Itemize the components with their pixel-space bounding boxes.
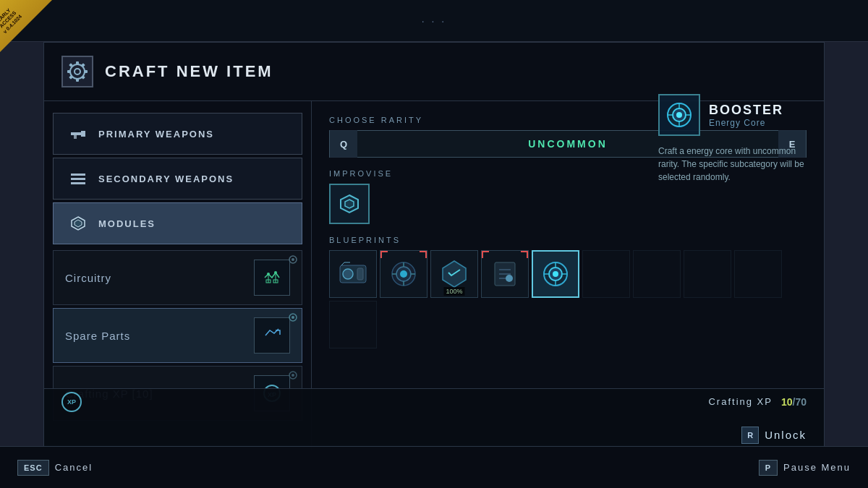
blueprint-slot-9[interactable] [734, 250, 782, 298]
svg-rect-3 [76, 78, 79, 82]
slot-3-percent: 100% [443, 287, 464, 296]
blueprint-slot-5[interactable] [532, 250, 579, 298]
sidebar-item-secondary-weapons[interactable]: SECONDARY WEAPONS [53, 158, 302, 200]
blueprints-section: BLUEPRINTS [329, 236, 807, 348]
rarity-prev-button[interactable]: Q [330, 130, 357, 158]
blueprints-label: BLUEPRINTS [329, 236, 807, 244]
secondary-weapons-label: SECONDARY WEAPONS [98, 174, 234, 184]
svg-rect-5 [84, 70, 88, 73]
early-access-text: EARLYACCESSv 0.4.1024 [0, 5, 23, 35]
crafting-xp-total: /70 [793, 396, 807, 408]
circuitry-label: Circuitry [65, 272, 111, 284]
pause-nav-item[interactable]: P Pause Menu [759, 460, 851, 476]
secondary-weapon-icon [68, 168, 88, 189]
cancel-label: Cancel [55, 462, 93, 473]
nav-bottom-bar: ESC Cancel P Pause Menu [0, 446, 868, 488]
spare-parts-label: Spare Parts [65, 330, 130, 342]
blueprint-slot-7[interactable] [633, 250, 681, 298]
blueprint-slot-6[interactable] [582, 250, 630, 298]
sub-item-circuitry[interactable]: Circuitry [53, 250, 302, 305]
svg-rect-2 [76, 61, 79, 65]
panel-header: CRAFT NEW ITEM [44, 43, 824, 101]
blueprint-slot-8[interactable] [684, 250, 731, 298]
svg-rect-13 [71, 174, 85, 176]
blueprints-grid: 100% [329, 250, 807, 348]
modules-label: MODULES [98, 218, 156, 229]
svg-point-1 [75, 69, 80, 74]
svg-rect-36 [357, 268, 363, 280]
bottom-bar: XP Crafting XP 10/70 R Unlock [43, 388, 825, 446]
svg-point-31 [292, 374, 294, 377]
blueprint-slot-3[interactable]: 100% [430, 250, 478, 298]
esc-key: ESC [17, 460, 49, 476]
top-bar-center-text: · · · [422, 0, 446, 42]
svg-rect-14 [71, 178, 85, 180]
corner-tl-icon [380, 251, 388, 258]
svg-point-39 [400, 270, 407, 278]
crafting-xp-current: 10 [781, 396, 793, 408]
primary-weapons-label: PRIMARY WEAPONS [98, 129, 214, 140]
svg-point-35 [343, 269, 353, 279]
primary-weapon-icon [68, 124, 88, 144]
svg-rect-10 [71, 132, 81, 135]
sidebar-item-primary-weapons[interactable]: PRIMARY WEAPONS [53, 113, 302, 155]
svg-point-47 [553, 271, 558, 277]
sidebar-item-modules[interactable]: MODULES [53, 202, 302, 244]
circuitry-icon [254, 260, 290, 296]
svg-rect-11 [81, 131, 85, 137]
blueprint-slot-4[interactable] [481, 250, 529, 298]
item-sub-name: Energy Core [709, 118, 783, 128]
crafting-xp-bar: XP Crafting XP 10/70 [61, 392, 807, 412]
unlock-button-label[interactable]: Unlock [765, 429, 807, 441]
svg-rect-4 [67, 70, 71, 73]
svg-rect-15 [71, 182, 85, 184]
item-name: BOOSTER [709, 103, 783, 118]
svg-rect-9 [81, 75, 85, 80]
corner-tr-2-icon [521, 251, 528, 258]
blueprint-slot-10[interactable] [329, 301, 377, 348]
crafting-xp-values: 10/70 [781, 395, 807, 408]
pause-label: Pause Menu [783, 462, 851, 473]
item-description: Craft a energy core with uncommon rarity… [658, 145, 817, 184]
item-header: BOOSTER Energy Core [658, 94, 817, 136]
spare-parts-icon [254, 317, 290, 354]
improvise-button[interactable] [329, 184, 370, 224]
corner-tl-2-icon [482, 251, 489, 258]
unlock-key-badge: R [741, 427, 759, 444]
svg-point-27 [292, 316, 294, 319]
item-text-block: BOOSTER Energy Core [709, 103, 783, 128]
panel-title: CRAFT NEW ITEM [105, 62, 273, 81]
blueprint-slot-2[interactable] [380, 250, 427, 298]
item-thumbnail [658, 94, 700, 136]
spare-parts-gear-icon [287, 312, 299, 323]
svg-point-25 [292, 258, 294, 261]
pause-key: P [759, 460, 778, 476]
svg-marker-33 [345, 200, 354, 208]
modules-icon [68, 213, 88, 234]
corner-tr-icon [420, 251, 427, 258]
unlock-row: R Unlock [61, 427, 807, 444]
svg-point-44 [506, 275, 513, 282]
craft-header-icon [61, 56, 93, 87]
top-bar: · · · [0, 0, 868, 42]
crafting-xp-gear-icon [287, 369, 299, 381]
cancel-nav-item[interactable]: ESC Cancel [17, 460, 93, 476]
crafting-xp-text: Crafting XP [90, 396, 773, 407]
sub-item-spare-parts[interactable]: Spare Parts [53, 308, 302, 363]
blueprint-slot-1[interactable] [329, 250, 377, 298]
svg-rect-12 [74, 135, 77, 139]
circuitry-gear-icon [287, 254, 299, 265]
svg-point-50 [676, 112, 682, 118]
item-info-panel: BOOSTER Energy Core Craft a energy core … [658, 94, 817, 184]
crafting-xp-icon: XP [61, 392, 82, 412]
